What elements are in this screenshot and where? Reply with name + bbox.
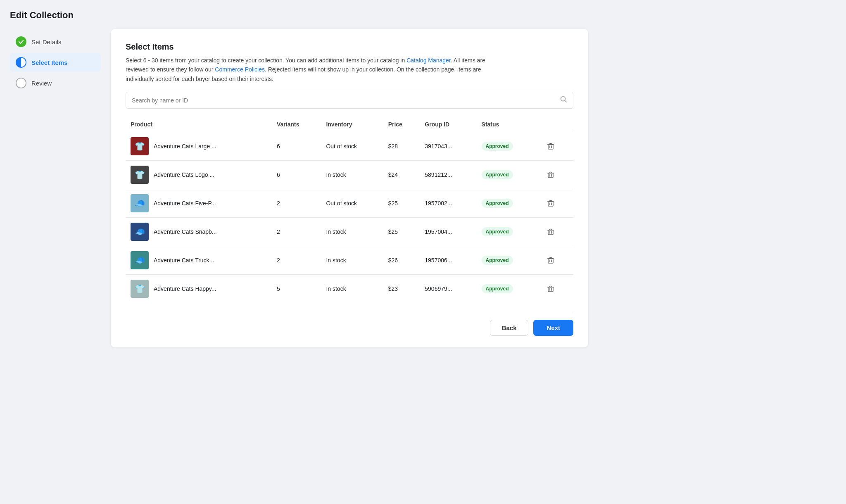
svg-rect-1 xyxy=(548,145,553,149)
variants-cell: 2 xyxy=(272,189,321,218)
status-badge: Approved xyxy=(482,199,513,208)
action-cell[interactable] xyxy=(539,132,573,161)
table-row: 🧢 Adventure Cats Truck... 2 In stock $26… xyxy=(126,246,573,275)
table-container: Product Variants Inventory Price Group I… xyxy=(126,117,573,303)
table-row: 🧢 Adventure Cats Five-P... 2 Out of stoc… xyxy=(126,189,573,218)
status-badge: Approved xyxy=(482,170,513,179)
price-cell: $23 xyxy=(383,275,420,303)
svg-rect-5 xyxy=(548,259,553,263)
group-id-cell: 5891212... xyxy=(420,161,476,189)
product-cell: 🧢 Adventure Cats Snapb... xyxy=(131,223,267,241)
group-id-cell: 5906979... xyxy=(420,275,476,303)
variants-cell: 2 xyxy=(272,246,321,275)
product-thumbnail: 🧢 xyxy=(131,251,149,269)
status-badge: Approved xyxy=(482,284,513,293)
status-cell: Approved xyxy=(477,246,539,275)
status-cell: Approved xyxy=(477,161,539,189)
status-cell: Approved xyxy=(477,132,539,161)
delete-button[interactable] xyxy=(544,198,557,209)
next-button[interactable]: Next xyxy=(533,320,573,336)
footer: Back Next xyxy=(126,313,573,336)
sidebar-item-review[interactable]: Review xyxy=(10,74,101,93)
inventory-cell: In stock xyxy=(321,275,383,303)
status-cell: Approved xyxy=(477,189,539,218)
table-row: 👕 Adventure Cats Large ... 6 Out of stoc… xyxy=(126,132,573,161)
table-row: 👕 Adventure Cats Happy... 5 In stock $23… xyxy=(126,275,573,303)
variants-cell: 6 xyxy=(272,132,321,161)
variants-cell: 2 xyxy=(272,218,321,246)
page-title: Edit Collection xyxy=(10,10,836,21)
circle-icon xyxy=(16,78,26,88)
delete-button[interactable] xyxy=(544,141,557,152)
inventory-cell: Out of stock xyxy=(321,132,383,161)
product-thumbnail: 🧢 xyxy=(131,223,149,241)
group-id-cell: 1957006... xyxy=(420,246,476,275)
product-cell: 🧢 Adventure Cats Truck... xyxy=(131,251,267,269)
svg-rect-4 xyxy=(548,230,553,235)
product-thumbnail: 👕 xyxy=(131,137,149,155)
product-thumbnail: 🧢 xyxy=(131,194,149,212)
col-product: Product xyxy=(126,117,272,132)
col-group-id: Group ID xyxy=(420,117,476,132)
product-name: Adventure Cats Large ... xyxy=(154,143,216,150)
status-badge: Approved xyxy=(482,142,513,151)
delete-button[interactable] xyxy=(544,226,557,237)
price-cell: $24 xyxy=(383,161,420,189)
sidebar-item-label-select-items: Select Items xyxy=(31,59,68,66)
check-icon xyxy=(16,36,26,47)
delete-button[interactable] xyxy=(544,255,557,266)
action-cell[interactable] xyxy=(539,189,573,218)
svg-point-0 xyxy=(561,97,566,101)
product-thumbnail: 👕 xyxy=(131,166,149,184)
inventory-cell: In stock xyxy=(321,246,383,275)
product-name: Adventure Cats Five-P... xyxy=(154,200,216,207)
inventory-cell: In stock xyxy=(321,161,383,189)
inventory-cell: In stock xyxy=(321,218,383,246)
product-name: Adventure Cats Logo ... xyxy=(154,171,214,178)
main-panel: Select Items Select 6 - 30 items from yo… xyxy=(111,29,588,347)
product-name: Adventure Cats Happy... xyxy=(154,285,216,292)
action-cell[interactable] xyxy=(539,246,573,275)
half-circle-icon xyxy=(16,57,26,68)
search-input[interactable] xyxy=(132,97,560,104)
group-id-cell: 1957002... xyxy=(420,189,476,218)
group-id-cell: 1957004... xyxy=(420,218,476,246)
sidebar-item-set-details[interactable]: Set Details xyxy=(10,32,101,51)
price-cell: $26 xyxy=(383,246,420,275)
delete-button[interactable] xyxy=(544,169,557,180)
product-thumbnail: 👕 xyxy=(131,280,149,298)
sidebar-item-select-items[interactable]: Select Items xyxy=(10,53,101,72)
sidebar-item-label-review: Review xyxy=(31,80,52,87)
action-cell[interactable] xyxy=(539,275,573,303)
col-price: Price xyxy=(383,117,420,132)
col-action xyxy=(539,117,573,132)
action-cell[interactable] xyxy=(539,218,573,246)
delete-button[interactable] xyxy=(544,283,557,294)
price-cell: $25 xyxy=(383,218,420,246)
col-status: Status xyxy=(477,117,539,132)
product-cell: 👕 Adventure Cats Logo ... xyxy=(131,166,267,184)
product-name: Adventure Cats Snapb... xyxy=(154,228,217,235)
table-row: 🧢 Adventure Cats Snapb... 2 In stock $25… xyxy=(126,218,573,246)
section-title: Select Items xyxy=(126,42,573,52)
sidebar-item-label-set-details: Set Details xyxy=(31,38,62,45)
catalog-manager-link[interactable]: Catalog Manager xyxy=(406,57,451,64)
price-cell: $28 xyxy=(383,132,420,161)
col-inventory: Inventory xyxy=(321,117,383,132)
commerce-policies-link[interactable]: Commerce Policies xyxy=(215,66,265,73)
variants-cell: 5 xyxy=(272,275,321,303)
status-cell: Approved xyxy=(477,275,539,303)
product-cell: 👕 Adventure Cats Large ... xyxy=(131,137,267,155)
action-cell[interactable] xyxy=(539,161,573,189)
product-name: Adventure Cats Truck... xyxy=(154,257,214,264)
product-cell: 👕 Adventure Cats Happy... xyxy=(131,280,267,298)
sidebar: Set Details Select Items Review xyxy=(10,29,101,347)
search-icon xyxy=(560,95,567,105)
svg-rect-2 xyxy=(548,173,553,178)
svg-rect-6 xyxy=(548,287,553,292)
status-badge: Approved xyxy=(482,227,513,236)
back-button[interactable]: Back xyxy=(490,320,529,336)
variants-cell: 6 xyxy=(272,161,321,189)
product-cell: 🧢 Adventure Cats Five-P... xyxy=(131,194,267,212)
group-id-cell: 3917043... xyxy=(420,132,476,161)
